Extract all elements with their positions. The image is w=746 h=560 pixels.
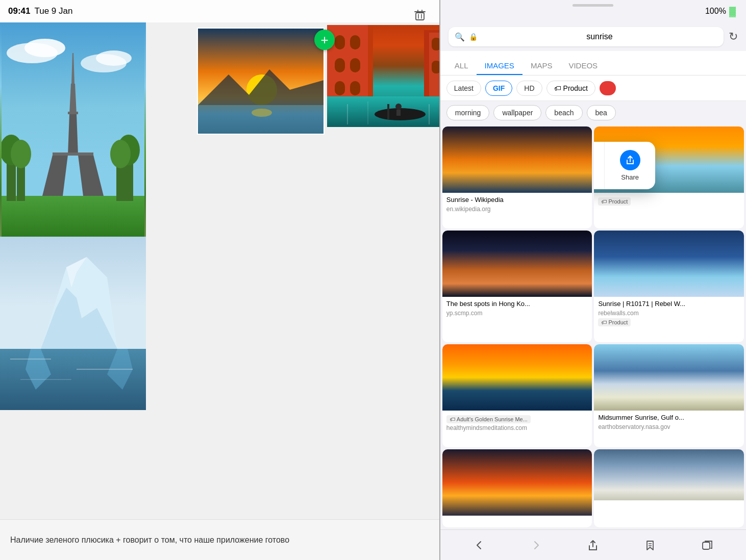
svg-point-11 — [11, 140, 31, 168]
svg-rect-7 — [2, 196, 144, 237]
forward-button[interactable] — [527, 536, 545, 554]
right-column: + — [146, 22, 439, 516]
result-info-2: 🏷 Product — [594, 193, 744, 210]
nav-tabs: ALL IMAGES MAPS VIDEOS — [440, 51, 746, 75]
filter-gif[interactable]: GIF — [485, 81, 512, 96]
svg-rect-21 — [53, 152, 93, 156]
result-title-6: Midsummer Sunrise, Gulf o... — [598, 414, 740, 422]
result-item-8[interactable] — [594, 449, 744, 527]
keyword-bea[interactable]: bea — [587, 105, 616, 120]
tab-images[interactable]: IMAGES — [477, 57, 523, 75]
svg-point-26 — [96, 50, 132, 66]
result-info-1: Sunrise - Wikipedia en.wikipedia.org — [442, 193, 592, 217]
result-domain-4: rebelwalls.com — [598, 310, 740, 317]
home-indicator — [573, 4, 613, 7]
bookmark-button[interactable] — [641, 536, 659, 554]
tabs-button[interactable] — [698, 536, 716, 554]
result-title-1: Sunrise - Wikipedia — [446, 196, 588, 205]
product-tag-icon-2: 🏷 — [601, 198, 607, 205]
svg-rect-47 — [350, 58, 360, 72]
filter-product[interactable]: 🏷 Product — [546, 81, 595, 96]
popup-visit-button[interactable]: Visit — [594, 142, 605, 189]
svg-point-62 — [395, 104, 402, 110]
svg-rect-61 — [387, 104, 389, 119]
result-title-3: The best spots in Hong Ko... — [446, 300, 588, 309]
keyword-beach[interactable]: beach — [545, 105, 582, 120]
result-info-6: Midsummer Sunrise, Gulf o... earthobserv… — [594, 411, 744, 435]
battery-icon: ▓ — [729, 6, 736, 17]
result-item-6[interactable]: Midsummer Sunrise, Gulf o... earthobserv… — [594, 344, 744, 447]
result-item-2[interactable]: 🏷 Product Visit — [594, 126, 744, 228]
filter-row: Latest GIF HD 🏷 Product — [440, 75, 746, 101]
result-domain-1: en.wikipedia.org — [446, 206, 588, 213]
plus-button[interactable]: + — [314, 30, 335, 50]
result-item-4[interactable]: Sunrise | R10171 | Rebel W... rebelwalls… — [594, 231, 744, 342]
filter-hd[interactable]: HD — [516, 81, 542, 96]
tab-maps[interactable]: MAPS — [523, 57, 561, 75]
product-badge-5: 🏷 Adult's Golden Sunrise Me... — [446, 415, 531, 423]
filter-product-label: Product — [563, 84, 588, 92]
result-item-3[interactable]: The best spots in Hong Ko... yp.scmp.com — [442, 231, 592, 342]
top-row: + — [146, 22, 439, 130]
product-badge-4: 🏷 Product — [598, 318, 631, 326]
bottom-text-content: Наличие зеленого плюсика + говорит о том… — [10, 536, 289, 545]
lock-icon: 🔒 — [469, 33, 478, 41]
results-grid: Sunrise - Wikipedia en.wikipedia.org 🏷 P… — [440, 124, 746, 529]
svg-rect-22 — [68, 112, 78, 114]
result-image-3 — [442, 231, 592, 297]
result-image-6 — [594, 344, 744, 411]
result-domain-3: yp.scmp.com — [446, 310, 588, 317]
result-item-5[interactable]: 🏷 Adult's Golden Sunrise Me... healthymi… — [442, 344, 592, 447]
share-button[interactable] — [584, 536, 602, 554]
svg-rect-0 — [416, 13, 424, 20]
result-title-4: Sunrise | R10171 | Rebel W... — [598, 300, 740, 309]
product-tag-icon-5: 🏷 — [450, 416, 455, 422]
product-badge-2: 🏷 Product — [598, 197, 631, 206]
url-field[interactable]: 🔍 🔒 sunrise — [449, 27, 724, 46]
svg-rect-68 — [703, 542, 710, 549]
status-date: Tue 9 Jan — [34, 6, 72, 16]
status-bar: 09:41 Tue 9 Jan — [0, 0, 439, 22]
svg-point-41 — [252, 109, 272, 117]
filter-latest[interactable]: Latest — [446, 81, 481, 96]
svg-rect-48 — [335, 81, 345, 95]
browser-status-bar: 100% ▓ — [440, 0, 746, 22]
battery-info: 100% ▓ — [705, 6, 736, 17]
result-item-7[interactable] — [442, 449, 592, 527]
result-image-7 — [442, 449, 592, 516]
svg-rect-44 — [335, 35, 345, 49]
browser-panel: 100% ▓ 🔍 🔒 sunrise ↻ ALL IMAGES MAPS VID… — [440, 0, 746, 560]
delete-button[interactable] — [411, 6, 429, 24]
popup-actions: Visit Share — [594, 142, 655, 189]
eiffel-image[interactable] — [0, 22, 146, 237]
sunrise-small-image[interactable] — [197, 28, 325, 135]
share-icon — [620, 150, 640, 170]
svg-rect-52 — [432, 38, 439, 50]
tab-videos[interactable]: VIDEOS — [560, 57, 606, 75]
status-time: 09:41 — [8, 6, 30, 16]
url-bar[interactable]: 🔍 🔒 sunrise ↻ — [440, 22, 746, 51]
svg-point-15 — [110, 140, 131, 168]
venice-image[interactable] — [327, 25, 439, 127]
result-info-4: Sunrise | R10171 | Rebel W... rebelwalls… — [594, 297, 744, 330]
tab-all[interactable]: ALL — [446, 57, 477, 75]
svg-rect-63 — [396, 110, 401, 116]
svg-rect-45 — [350, 35, 360, 49]
result-domain-5: healthymindsmeditations.com — [446, 424, 588, 431]
keyword-morning[interactable]: morning — [446, 105, 490, 120]
iceberg-image[interactable] — [0, 237, 146, 410]
result-info-5: 🏷 Adult's Golden Sunrise Me... healthymi… — [442, 411, 592, 436]
reload-button[interactable]: ↻ — [729, 30, 738, 43]
left-column — [0, 22, 146, 516]
share-label: Share — [621, 173, 639, 181]
result-image-8 — [594, 449, 744, 500]
keyword-wallpaper[interactable]: wallpaper — [493, 105, 541, 120]
left-panel: 09:41 Tue 9 Jan — [0, 0, 439, 560]
result-item-1[interactable]: Sunrise - Wikipedia en.wikipedia.org — [442, 126, 592, 228]
back-button[interactable] — [470, 536, 488, 554]
result-info-3: The best spots in Hong Ko... yp.scmp.com — [442, 297, 592, 321]
url-text: sunrise — [482, 32, 717, 41]
popup-share-button[interactable]: Share — [605, 142, 656, 189]
filter-red[interactable] — [600, 81, 616, 95]
svg-rect-46 — [335, 58, 345, 72]
